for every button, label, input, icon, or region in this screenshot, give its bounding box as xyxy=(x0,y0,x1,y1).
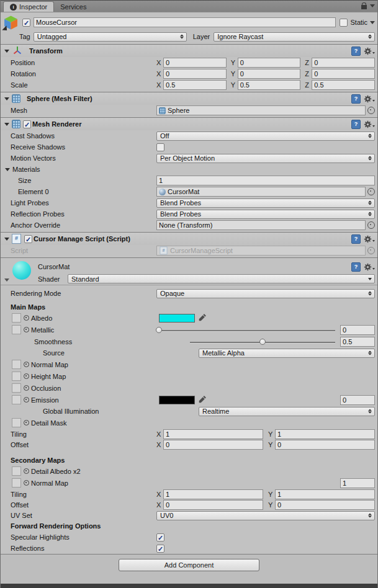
inspector-footer: Add Component xyxy=(1,554,377,588)
gear-icon[interactable] xyxy=(364,47,375,55)
smoothness-slider-thumb[interactable] xyxy=(259,339,266,345)
light-probes-dropdown[interactable]: Blend Probes xyxy=(156,198,375,208)
name-field[interactable]: MouseCursor xyxy=(34,17,336,27)
source-dropdown[interactable]: Metallic Alpha xyxy=(199,349,375,358)
tab-inspector[interactable]: Inspector xyxy=(3,1,54,12)
add-component-button[interactable]: Add Component xyxy=(119,559,259,571)
secondary-tiling-x-field[interactable]: 1 xyxy=(163,489,263,499)
help-icon[interactable] xyxy=(351,234,361,244)
gear-icon[interactable] xyxy=(364,95,375,103)
main-tiling-y-field[interactable]: 1 xyxy=(275,429,375,439)
emission-value-field[interactable]: 0 xyxy=(340,395,375,405)
uv-set-dropdown[interactable]: UV0 xyxy=(156,511,375,520)
normal-map-row: Normal Map xyxy=(1,359,377,370)
main-offset-x-field[interactable]: 0 xyxy=(163,440,263,450)
anchor-override-field[interactable]: None (Transform) xyxy=(156,220,366,230)
secondary-normal-value-field[interactable]: 1 xyxy=(340,478,375,488)
lock-icon[interactable] xyxy=(361,5,367,9)
help-icon[interactable] xyxy=(351,47,361,56)
gear-icon[interactable] xyxy=(364,263,375,271)
texture-slot[interactable] xyxy=(12,418,21,427)
texture-slot[interactable] xyxy=(12,478,21,488)
position-y-field[interactable]: 0 xyxy=(238,58,301,68)
object-picker-icon[interactable] xyxy=(367,188,375,195)
rotation-x-field[interactable]: 0 xyxy=(163,69,227,79)
texture-slot[interactable] xyxy=(12,372,21,381)
secondary-tiling-y-field[interactable]: 1 xyxy=(275,489,375,499)
static-checkbox[interactable] xyxy=(340,19,348,27)
metallic-slider-thumb[interactable] xyxy=(156,327,162,333)
emission-color-swatch[interactable] xyxy=(159,396,195,404)
reflections-checkbox[interactable] xyxy=(156,545,164,553)
secondary-offset-y-field[interactable]: 0 xyxy=(275,500,375,510)
foldout-icon[interactable] xyxy=(4,97,9,100)
texture-slot[interactable] xyxy=(12,325,21,334)
active-checkbox[interactable] xyxy=(22,19,30,27)
uv-set-label: UV Set xyxy=(11,512,156,519)
scale-x-field[interactable]: 0.5 xyxy=(163,80,227,90)
global-illumination-dropdown[interactable]: Realtime xyxy=(199,407,375,416)
motion-vectors-dropdown[interactable]: Per Object Motion xyxy=(156,154,375,163)
static-dropdown-icon[interactable] xyxy=(370,21,375,24)
smoothness-slider[interactable] xyxy=(190,337,335,346)
object-picker-icon[interactable] xyxy=(367,107,375,114)
materials-size-field[interactable]: 1 xyxy=(156,176,375,185)
object-picker-icon[interactable] xyxy=(367,247,375,254)
element0-object-field[interactable]: CursorMat xyxy=(156,187,366,197)
metallic-slider[interactable] xyxy=(159,326,335,334)
tab-menu-icon[interactable] xyxy=(370,4,375,7)
foldout-icon[interactable] xyxy=(5,168,10,171)
receive-shadows-row: Receive Shadows xyxy=(1,141,377,153)
script-object-field[interactable]: CursorManageScript xyxy=(156,246,366,256)
gear-icon[interactable] xyxy=(364,120,375,128)
script-enabled-checkbox[interactable] xyxy=(24,235,32,243)
foldout-icon[interactable] xyxy=(4,238,9,241)
texture-slot[interactable] xyxy=(12,395,21,404)
rendering-mode-label: Rendering Mode xyxy=(11,290,156,297)
metallic-value-field[interactable]: 0 xyxy=(340,325,375,335)
tag-dropdown[interactable]: Untagged xyxy=(34,32,187,42)
gear-icon[interactable] xyxy=(364,235,375,243)
position-z-field[interactable]: 0 xyxy=(312,58,375,68)
foldout-icon[interactable] xyxy=(4,123,9,126)
texture-slot[interactable] xyxy=(12,383,21,393)
secondary-offset-x-field[interactable]: 0 xyxy=(163,500,263,510)
mesh-renderer-enabled-checkbox[interactable] xyxy=(23,120,31,128)
eyedropper-icon[interactable] xyxy=(199,395,207,404)
object-picker-icon[interactable] xyxy=(367,221,375,229)
help-icon[interactable] xyxy=(351,94,361,104)
rotation-y-field[interactable]: 0 xyxy=(238,69,301,79)
scale-y-field[interactable]: 0.5 xyxy=(238,80,301,90)
material-body: Rendering Mode Opaque Main Maps Albedo xyxy=(1,285,377,554)
detail-mask-label: Detail Mask xyxy=(31,419,66,427)
help-icon[interactable] xyxy=(351,120,361,129)
foldout-icon[interactable] xyxy=(4,50,9,53)
layer-dropdown[interactable]: Ignore Raycast xyxy=(214,32,375,42)
mesh-object-field[interactable]: Sphere xyxy=(156,105,366,115)
scale-z-field[interactable]: 0.5 xyxy=(312,80,375,90)
position-x-field[interactable]: 0 xyxy=(163,58,227,68)
albedo-color-swatch[interactable] xyxy=(159,314,195,323)
emission-label: Emission xyxy=(31,396,59,404)
rotation-z-field[interactable]: 0 xyxy=(312,69,375,79)
updown-icon xyxy=(368,351,372,355)
material-foldout-icon[interactable] xyxy=(4,278,9,282)
smoothness-row: Smoothness 0.5 xyxy=(1,336,377,347)
eyedropper-icon[interactable] xyxy=(199,313,207,323)
help-icon[interactable] xyxy=(351,262,361,272)
secondary-maps-heading: Secondary Maps xyxy=(1,456,377,465)
cast-shadows-dropdown[interactable]: Off xyxy=(156,131,375,141)
tab-services[interactable]: Services xyxy=(54,2,92,12)
texture-slot[interactable] xyxy=(12,360,21,369)
main-tiling-x-field[interactable]: 1 xyxy=(163,429,263,439)
texture-slot[interactable] xyxy=(12,466,21,476)
main-offset-y-field[interactable]: 0 xyxy=(275,440,375,450)
gameobject-cube-icon[interactable] xyxy=(3,15,19,30)
shader-dropdown[interactable]: Standard xyxy=(68,274,375,283)
rendering-mode-dropdown[interactable]: Opaque xyxy=(156,289,375,298)
receive-shadows-checkbox[interactable] xyxy=(156,143,164,151)
texture-slot[interactable] xyxy=(12,313,21,323)
reflection-probes-dropdown[interactable]: Blend Probes xyxy=(156,210,375,219)
specular-highlights-checkbox[interactable] xyxy=(156,533,164,541)
smoothness-value-field[interactable]: 0.5 xyxy=(340,337,375,347)
